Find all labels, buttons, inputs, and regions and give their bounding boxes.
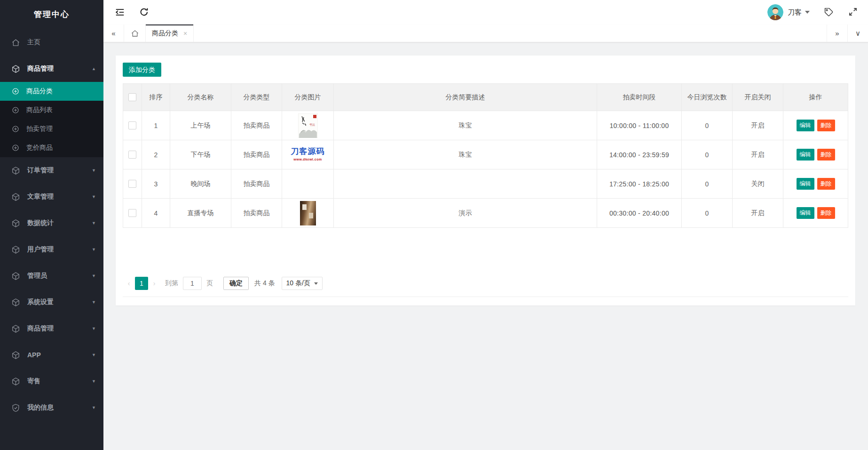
delete-button[interactable]: 删除: [817, 207, 835, 219]
cell-type: 拍卖商品: [231, 111, 282, 140]
goto-page-input[interactable]: [183, 277, 202, 290]
cell-time-range: 14:00:00 - 23:59:59: [597, 140, 682, 169]
sidebar-item-user-management[interactable]: 用户管理 ▼: [0, 236, 103, 263]
sidebar-item-auction-management[interactable]: 拍卖管理: [0, 120, 103, 138]
cell-sort: 4: [142, 199, 170, 228]
home-icon: [131, 29, 139, 38]
home-icon: [11, 38, 20, 47]
tabs-menu-button[interactable]: ∨: [847, 24, 868, 42]
sidebar: 管理中心 主页 商品管理 ▲ 商品分类: [0, 0, 103, 450]
close-icon[interactable]: ×: [183, 30, 187, 37]
sidebar-item-goods-management[interactable]: 商品管理 ▲: [0, 56, 103, 82]
tabs-scroll-left-button[interactable]: «: [103, 24, 124, 42]
cell-operations: 编辑删除: [783, 140, 848, 169]
user-menu[interactable]: 刀客: [767, 4, 810, 20]
row-checkbox[interactable]: [128, 180, 136, 188]
chevron-down-icon: ▼: [92, 405, 96, 410]
tabs-scroll-right-button[interactable]: »: [827, 24, 847, 42]
app-title: 管理中心: [0, 0, 103, 29]
cube-icon: [11, 219, 20, 228]
cube-icon: [11, 351, 20, 360]
caret-down-icon: [805, 11, 810, 14]
chevron-down-icon: ▼: [92, 326, 96, 331]
delete-button[interactable]: 删除: [817, 149, 835, 161]
tab-goods-category[interactable]: 商品分类 ×: [146, 24, 194, 42]
cell-type: 拍卖商品: [231, 199, 282, 228]
refresh-icon[interactable]: [139, 7, 150, 17]
table-row: 2 下午场 拍卖商品 刀客源码 www.dkewl.com 珠宝 14:00:0…: [123, 140, 848, 169]
total-count-label: 共 4 条: [254, 279, 275, 288]
fullscreen-icon[interactable]: [848, 7, 859, 17]
chevron-down-icon: ▼: [92, 247, 96, 252]
sidebar-item-order-management[interactable]: 订单管理 ▼: [0, 157, 103, 184]
cell-views: 0: [682, 169, 733, 199]
cube-icon: [11, 377, 20, 386]
pagination-bar: ‹ 1 › 到第 页 确定 共 4 条 10 条/页: [123, 277, 848, 297]
row-checkbox[interactable]: [128, 151, 136, 159]
table-row: 3 晚间场 拍卖商品 17:25:00 - 18:25:00 0 关闭 编辑删除: [123, 169, 848, 199]
column-header-operations: 操作: [783, 84, 848, 111]
sidebar-item-administrator[interactable]: 管理员 ▼: [0, 263, 103, 289]
edit-button[interactable]: 编辑: [797, 207, 814, 219]
cell-image: [282, 199, 334, 228]
sidebar-item-goods-list[interactable]: 商品列表: [0, 101, 103, 120]
sidebar-item-goods-management-2[interactable]: 商品管理 ▼: [0, 315, 103, 342]
sidebar-item-label: 订单管理: [27, 166, 89, 175]
chevron-up-icon: ▲: [92, 66, 96, 71]
edit-button[interactable]: 编辑: [797, 178, 814, 190]
tag-icon[interactable]: [824, 7, 834, 17]
cell-time-range: 00:30:00 - 20:40:00: [597, 199, 682, 228]
circle-plus-icon: [12, 144, 19, 152]
cell-description: [334, 169, 597, 199]
sidebar-item-article-management[interactable]: 文章管理 ▼: [0, 184, 103, 210]
page-size-select[interactable]: 10 条/页: [282, 277, 323, 290]
top-header: 刀客: [103, 0, 868, 24]
sidebar-item-bidding-goods[interactable]: 竞价商品: [0, 138, 103, 157]
cube-icon: [11, 166, 20, 175]
edit-button[interactable]: 编辑: [797, 149, 814, 161]
sidebar-item-consignment[interactable]: 寄售 ▼: [0, 368, 103, 394]
column-header-switch: 开启关闭: [733, 84, 783, 111]
column-header-time-range: 拍卖时间段: [597, 84, 682, 111]
delete-button[interactable]: 删除: [817, 178, 835, 190]
sidebar-item-data-statistics[interactable]: 数据统计 ▼: [0, 210, 103, 236]
collapse-sidebar-icon[interactable]: [115, 7, 125, 17]
sidebar-item-home[interactable]: 主页: [0, 29, 103, 56]
logo-text: 刀客源码: [291, 147, 325, 155]
page-unit-label: 页: [206, 279, 213, 288]
row-checkbox[interactable]: [128, 121, 136, 129]
table-header-row: 排序 分类名称 分类类型 分类图片 分类简要描述 拍卖时间段 今日浏览次数 开启…: [123, 84, 848, 111]
sidebar-item-app[interactable]: APP ▼: [0, 342, 103, 368]
delete-button[interactable]: 删除: [817, 120, 835, 131]
sidebar-item-my-info[interactable]: 我的信息 ▼: [0, 394, 103, 421]
table-card: 添加分类 排序 分类名称 分类类型 分类图片 分类简要描述: [116, 56, 855, 305]
sidebar-item-system-settings[interactable]: 系统设置 ▼: [0, 289, 103, 315]
edit-button[interactable]: 编辑: [797, 120, 814, 131]
cube-icon: [11, 298, 20, 307]
sidebar-item-label: 寄售: [27, 377, 89, 386]
sidebar-item-label: 主页: [27, 38, 96, 47]
chevron-down-icon: ▼: [92, 300, 96, 305]
cell-image: 刀客源码 www.dkewl.com: [282, 140, 334, 169]
main-area: 刀客 « 商品分类 × » ∨: [103, 0, 868, 450]
select-all-checkbox[interactable]: [128, 93, 136, 101]
page-number-button[interactable]: 1: [135, 277, 148, 290]
sidebar-item-label: 管理员: [27, 272, 89, 280]
prev-page-button[interactable]: ‹: [123, 277, 135, 290]
next-page-button[interactable]: ›: [148, 277, 160, 290]
cell-views: 0: [682, 199, 733, 228]
add-category-button[interactable]: 添加分类: [123, 63, 161, 77]
user-name: 刀客: [788, 8, 802, 17]
svg-text:书法: 书法: [309, 123, 315, 126]
goto-confirm-button[interactable]: 确定: [223, 277, 249, 290]
sidebar-item-label: 拍卖管理: [26, 125, 96, 133]
circle-plus-icon: [12, 125, 19, 133]
sidebar-item-label: 系统设置: [27, 298, 89, 306]
row-checkbox[interactable]: [128, 209, 136, 217]
sidebar-item-goods-category[interactable]: 商品分类: [0, 82, 103, 101]
cell-image: [282, 169, 334, 199]
tab-home[interactable]: [124, 24, 146, 42]
sidebar-item-label: 我的信息: [27, 403, 89, 412]
cube-icon: [11, 324, 20, 333]
cell-operations: 编辑删除: [783, 111, 848, 140]
